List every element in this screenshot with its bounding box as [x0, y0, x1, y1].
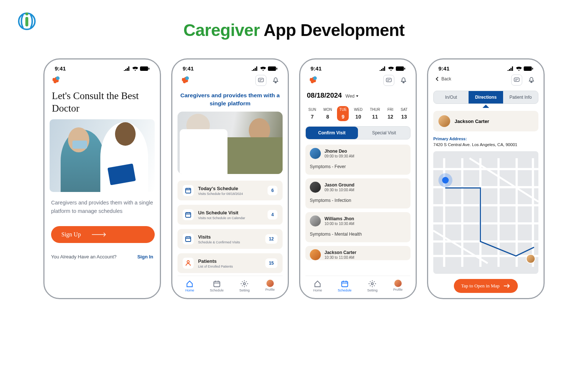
onboarding-description: Caregivers and provides them with a sing…: [51, 199, 153, 216]
card-today-schedule[interactable]: Today's ScheduleVisits Schedule for 08/1…: [178, 181, 283, 200]
svg-rect-19: [342, 282, 348, 287]
signup-label: Sign Up: [61, 231, 81, 238]
signup-button[interactable]: Sign Up: [51, 226, 155, 243]
bell-icon: [272, 77, 279, 84]
dropdown-icon: [356, 95, 359, 98]
svg-point-7: [185, 76, 189, 80]
app-logo-icon: [308, 75, 318, 85]
visit-item[interactable]: Jason Ground09:30 to 10:00 AM Symptoms -…: [305, 178, 410, 208]
app-logo-icon: [180, 75, 190, 85]
wifi-icon: [132, 66, 138, 71]
patient-card[interactable]: Jackson Carter: [433, 111, 538, 131]
nav-schedule[interactable]: Schedule: [338, 280, 352, 292]
signal-icon: [252, 66, 258, 71]
messages-button[interactable]: [511, 75, 522, 86]
screen-onboarding: 9:41 Let's Consult the Best Doctor Careg…: [43, 58, 161, 299]
svg-rect-1: [25, 17, 28, 26]
card-count: 15: [265, 258, 277, 268]
card-patients[interactable]: PatientsList of Enrolled Patients 15: [178, 253, 283, 273]
messages-button[interactable]: [255, 75, 266, 86]
day-thur[interactable]: THUR11: [368, 106, 383, 121]
notifications-button[interactable]: [398, 75, 409, 86]
address-label: Primary Address:: [433, 137, 538, 141]
tab-inout[interactable]: In/Out: [434, 91, 469, 104]
status-bar: 9:41: [178, 63, 283, 75]
tab-confirm-visit[interactable]: Confirm Visit: [306, 127, 358, 139]
visit-item[interactable]: Williams Jhon10:00 to 10:30 AM Symptoms …: [305, 212, 410, 242]
gear-icon: [240, 280, 248, 288]
nav-setting[interactable]: Setting: [239, 280, 250, 292]
map-view[interactable]: [433, 151, 538, 274]
status-time: 9:41: [183, 65, 194, 72]
bell-icon: [528, 77, 535, 83]
svg-rect-18: [386, 78, 391, 82]
wifi-icon: [260, 66, 266, 71]
address-text: 7420 S Central Ave. Los Angeles, CA, 900…: [433, 142, 538, 147]
visit-item[interactable]: Jhone Deo09:00 to 09:30 AM Symptoms - Fe…: [305, 145, 410, 175]
signal-icon: [380, 66, 386, 71]
back-button[interactable]: Back: [435, 76, 451, 81]
messages-button[interactable]: [383, 75, 394, 86]
bottom-nav: Home Schedule Setting Profile: [178, 276, 283, 293]
day-fri[interactable]: FRI12: [385, 106, 395, 121]
notifications-button[interactable]: [526, 75, 537, 86]
card-visits[interactable]: VisitsSchedule & Confirmed Visits 12: [178, 229, 283, 249]
signal-icon: [508, 66, 514, 71]
svg-rect-11: [186, 237, 191, 242]
day-wed[interactable]: WED10: [352, 106, 365, 121]
nav-schedule[interactable]: Schedule: [210, 280, 224, 292]
status-time: 9:41: [311, 65, 322, 72]
home-icon: [186, 280, 194, 288]
notifications-button[interactable]: [270, 75, 281, 86]
page-title: Caregiver App Development: [0, 20, 588, 40]
avatar: [310, 249, 321, 260]
company-logo: [17, 11, 37, 33]
bell-icon: [400, 77, 407, 84]
svg-rect-6: [276, 68, 277, 69]
card-unscheduled[interactable]: Un Schedule VisitVisits not Schedule on …: [178, 205, 283, 225]
screen-home: 9:41 Caregivers and provides them with a…: [171, 58, 289, 299]
svg-rect-2: [140, 66, 148, 71]
dashboard-cards: Today's ScheduleVisits Schedule for 08/1…: [178, 181, 283, 276]
status-time: 9:41: [438, 65, 449, 72]
svg-rect-9: [186, 188, 191, 193]
card-count: 4: [268, 210, 277, 219]
nav-profile[interactable]: Profile: [265, 280, 275, 292]
avatar-icon: [394, 280, 402, 287]
svg-point-17: [313, 76, 317, 80]
svg-point-20: [372, 283, 374, 285]
svg-rect-22: [532, 68, 533, 69]
nav-home[interactable]: Home: [185, 280, 194, 292]
signin-link[interactable]: Sign In: [137, 254, 153, 260]
svg-rect-15: [396, 66, 404, 71]
battery-icon: [524, 66, 533, 71]
day-tue[interactable]: TUE9: [337, 106, 349, 121]
day-sat[interactable]: SAT13: [398, 106, 410, 121]
svg-point-14: [244, 283, 246, 285]
calendar-icon: [341, 280, 349, 288]
nav-home[interactable]: Home: [313, 280, 322, 292]
map-streets: [433, 151, 538, 274]
tab-directions[interactable]: Directions: [469, 91, 503, 104]
location-end-avatar: [526, 254, 535, 264]
day-mon[interactable]: MON8: [321, 106, 334, 121]
tab-special-visit[interactable]: Special Visit: [358, 127, 410, 139]
gear-icon: [368, 280, 376, 288]
svg-point-4: [56, 76, 60, 80]
battery-icon: [140, 66, 150, 71]
svg-rect-10: [186, 213, 191, 217]
nav-setting[interactable]: Setting: [367, 280, 377, 292]
status-bar: 9:41: [50, 63, 155, 75]
open-map-button[interactable]: Tap to Open in Map: [454, 279, 518, 293]
schedule-date[interactable]: 08/18/2024 Wed: [307, 91, 409, 99]
day-sun[interactable]: SUN7: [306, 106, 318, 121]
bottom-nav: Home Schedule Setting Profile: [305, 276, 410, 293]
wifi-icon: [388, 66, 394, 71]
screen-schedule: 9:41 08/18/2024 Wed SUN7 MON8: [299, 58, 417, 299]
visit-item[interactable]: Jackson Carter10:30 to 11:00 AM: [305, 246, 410, 260]
svg-rect-23: [514, 78, 519, 81]
status-time: 9:41: [55, 65, 66, 72]
already-account-text: You Already Have an Account?: [51, 254, 116, 260]
nav-profile[interactable]: Profile: [393, 280, 403, 292]
tab-patient-info[interactable]: Patient Info: [503, 91, 538, 104]
